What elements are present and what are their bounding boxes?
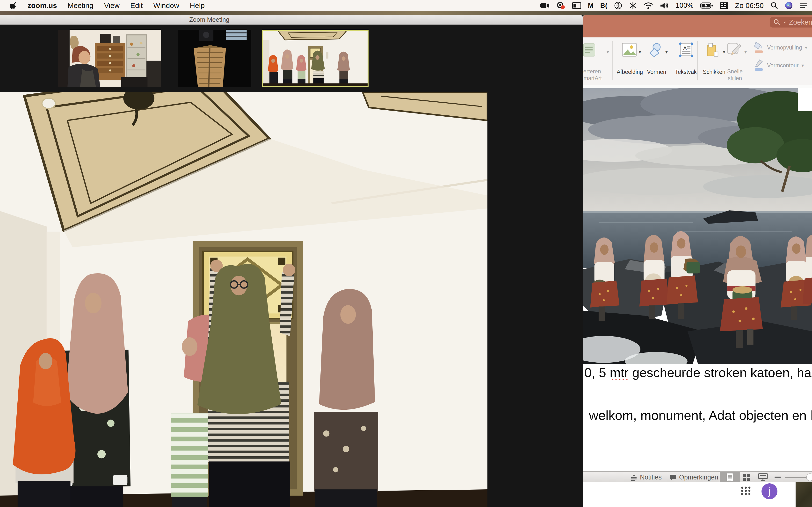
main-video-graphic [0,92,488,507]
mcafee-menu-icon[interactable]: M [588,2,594,9]
siri-icon[interactable] [785,2,793,9]
search-chevron-icon: ⌄ [782,18,787,24]
slide-text-line-2[interactable]: welkom, monument, Adat objecten en kledi… [589,408,812,423]
slide-text-line2-content: welkom, monument, Adat objecten en kledi… [589,408,812,422]
smartart-icon [583,43,596,58]
shapes-icon [648,42,663,57]
search-icon [773,18,780,26]
slide-sorter-view-button[interactable] [743,473,751,481]
powerpoint-window: ⌄ Zoeken in p verteren SmartArt ▾ ▾ A [583,15,812,507]
misspelled-word: mtr [610,365,628,380]
main-video-feed [0,92,488,507]
comments-label: Opmerkingen [679,474,718,481]
battery-icon[interactable] [700,2,713,9]
pencil-outline-icon [754,59,764,72]
zoom-meeting-window: Zoom Meeting [0,15,583,507]
desktop: ⌄ Zoeken in p verteren SmartArt ▾ ▾ A [0,0,812,507]
convert-smartart-label-1: verteren [583,68,603,75]
zoom-out-button[interactable] [774,476,781,478]
slide-photo[interactable] [583,89,812,364]
notification-center-icon[interactable] [800,2,808,9]
insert-textbox-label: Tekstvak [670,69,702,75]
wifi-icon[interactable] [644,2,653,9]
volume-icon[interactable] [660,2,669,9]
normal-view-icon [726,473,733,482]
desktop-wallpaper-corner [796,483,812,507]
battery-percent-label[interactable]: 100% [675,1,693,9]
zoom-slider-knob[interactable] [806,473,812,481]
search-field[interactable]: ⌄ Zoeken in p [770,17,812,27]
sparkle-status-icon[interactable] [629,1,637,10]
b-app-menu-icon[interactable]: B( [600,2,608,9]
notes-label: Notities [640,474,662,481]
textbox-icon: A [678,42,694,58]
slide-text-line1-rest: gescheurde stroken katoen, haren, het l [628,365,812,380]
ribbon-separator [697,41,698,80]
slideshow-icon [758,473,768,482]
quick-styles-label-2: stijlen [722,75,748,81]
picture-icon [622,42,637,57]
notes-button[interactable]: Notities [630,472,662,483]
chevron-down-icon: ▾ [607,49,609,55]
shape-outline-label: Vormcontour [767,62,799,69]
quick-styles-label-1: Snelle [722,68,748,75]
comment-icon [669,474,677,481]
apple-menu[interactable] [10,1,17,10]
chevron-down-icon: ▾ [805,45,807,50]
insert-shapes-label: Vormen [642,69,671,75]
comments-button[interactable]: Opmerkingen [669,472,718,483]
menubar-item-window[interactable]: Window [153,1,179,10]
ribbon: verteren SmartArt ▾ ▾ Afbeelding ▾ Vorme… [583,38,812,86]
menubar-item-view[interactable]: View [104,1,119,10]
participant-video-3 [263,31,367,86]
paint-bucket-icon [754,41,764,54]
slideshow-view-button[interactable] [758,473,768,482]
participant-video-2 [178,30,251,87]
convert-smartart-label-2: SmartArt [583,75,603,81]
shape-fill-label: Vormopvulling [767,44,802,51]
zoom-titlebar[interactable]: Zoom Meeting [0,15,583,24]
window-title: Zoom Meeting [189,16,230,23]
menubar-clock[interactable]: Zo 06:50 [735,1,764,10]
powerpoint-bottom-area: j [583,483,812,507]
chevron-down-icon: ▾ [639,49,641,55]
account-avatar[interactable]: j [761,483,777,499]
slide-sorter-icon [743,473,751,481]
launcher-grid-icon[interactable] [741,487,752,495]
menubar-app-name[interactable]: zoom.us [28,1,57,10]
shape-fill-button[interactable]: Vormopvulling ▾ [754,41,807,54]
slide-margin [583,85,812,89]
accessibility-icon[interactable] [614,1,622,10]
spotlight-search-icon[interactable] [770,2,778,9]
menubar-item-meeting[interactable]: Meeting [68,1,94,10]
participant-thumbnail-1[interactable] [58,30,161,87]
menubar-item-edit[interactable]: Edit [130,1,143,10]
coastal-photo-graphic [583,89,812,364]
powerpoint-statusbar: Notities Opmerkingen [583,471,812,483]
participant-thumbnail-3-active[interactable] [262,30,368,87]
chevron-down-icon: ▾ [801,62,804,68]
recording-status-icon[interactable] [557,2,565,9]
notes-icon [630,474,638,481]
camera-status-icon[interactable] [540,2,550,9]
slide-text-line1-prefix: 0, 5 [585,365,610,380]
svg-text:A: A [683,45,687,51]
macos-menubar: zoom.us Meeting View Edit Window Help M … [0,0,812,11]
shape-outline-button[interactable]: Vormcontour ▾ [754,59,804,72]
slide-text-line-1[interactable]: 0, 5 mtr gescheurde stroken katoen, hare… [585,365,812,380]
avatar-letter: j [768,486,771,497]
input-source-icon[interactable] [720,2,728,9]
chevron-down-icon: ▾ [665,49,668,55]
chevron-down-icon: ▾ [723,49,725,55]
sidecar-display-icon[interactable] [572,2,581,9]
search-placeholder: Zoeken in p [789,18,812,26]
quick-styles-icon [726,42,742,57]
normal-view-button[interactable] [720,472,740,483]
menubar-item-help[interactable]: Help [190,1,205,10]
participant-thumbnail-2[interactable] [178,30,251,87]
arrange-icon [706,42,721,57]
participant-video-1 [58,30,161,87]
chevron-down-icon: ▾ [744,49,747,55]
desktop-wallpaper-strip [0,11,812,15]
